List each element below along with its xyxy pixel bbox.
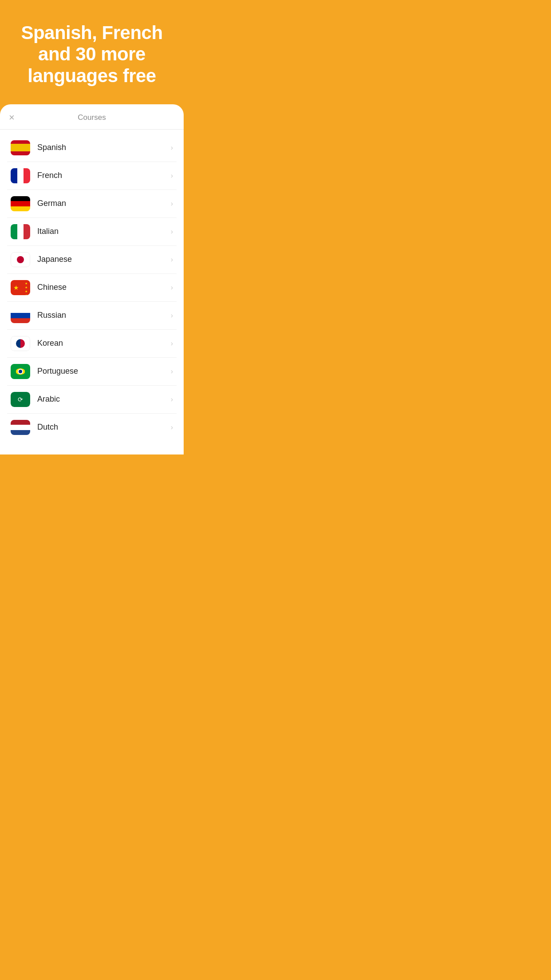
language-item-dutch[interactable]: Dutch › <box>7 414 177 441</box>
language-item-korean[interactable]: Korean › <box>7 330 177 358</box>
language-item-russian[interactable]: Russian › <box>7 302 177 330</box>
chevron-dutch: › <box>171 423 173 431</box>
flag-german <box>11 196 30 211</box>
language-name-italian: Italian <box>37 227 171 236</box>
language-item-spanish[interactable]: Spanish › <box>7 134 177 162</box>
language-list: Spanish › French › <box>0 134 184 441</box>
chevron-portuguese: › <box>171 368 173 375</box>
chevron-french: › <box>171 172 173 180</box>
language-item-italian[interactable]: Italian › <box>7 218 177 246</box>
language-item-japanese[interactable]: Japanese › <box>7 246 177 274</box>
header-section: Spanish, French and 30 more languages fr… <box>0 0 184 100</box>
chevron-chinese: › <box>171 284 173 292</box>
card-header: × Courses <box>0 104 184 130</box>
chevron-russian: › <box>171 312 173 320</box>
chevron-japanese: › <box>171 256 173 264</box>
language-name-spanish: Spanish <box>37 143 171 152</box>
flag-korean <box>11 336 30 351</box>
flag-dutch <box>11 420 30 435</box>
language-name-chinese: Chinese <box>37 283 171 292</box>
chevron-italian: › <box>171 228 173 236</box>
language-item-chinese[interactable]: ★ ★ ★ ★ ★ Chinese › <box>7 274 177 302</box>
chevron-korean: › <box>171 340 173 348</box>
flag-french <box>11 168 30 183</box>
chevron-spanish: › <box>171 144 173 152</box>
arabic-icon: ⟳ <box>18 396 23 403</box>
flag-spanish <box>11 140 30 155</box>
language-item-french[interactable]: French › <box>7 162 177 190</box>
language-name-french: French <box>37 171 171 180</box>
language-item-portuguese[interactable]: Portuguese › <box>7 358 177 386</box>
language-item-german[interactable]: German › <box>7 190 177 218</box>
language-name-portuguese: Portuguese <box>37 367 171 376</box>
close-button[interactable]: × <box>9 113 15 122</box>
language-name-russian: Russian <box>37 311 171 320</box>
language-item-arabic[interactable]: ⟳ Arabic › <box>7 386 177 414</box>
language-name-korean: Korean <box>37 339 171 348</box>
flag-russian <box>11 308 30 323</box>
language-name-german: German <box>37 199 171 208</box>
card-title: Courses <box>78 113 106 122</box>
courses-card: × Courses Spanish › French › <box>0 104 184 454</box>
chevron-arabic: › <box>171 395 173 403</box>
language-name-arabic: Arabic <box>37 395 171 404</box>
flag-chinese: ★ ★ ★ ★ ★ <box>11 280 30 295</box>
chevron-german: › <box>171 200 173 208</box>
language-name-japanese: Japanese <box>37 255 171 264</box>
flag-portuguese <box>11 364 30 379</box>
language-name-dutch: Dutch <box>37 423 171 432</box>
flag-japanese <box>11 252 30 267</box>
flag-arabic: ⟳ <box>11 392 30 407</box>
header-title: Spanish, French and 30 more languages fr… <box>13 22 170 87</box>
flag-italian <box>11 224 30 239</box>
